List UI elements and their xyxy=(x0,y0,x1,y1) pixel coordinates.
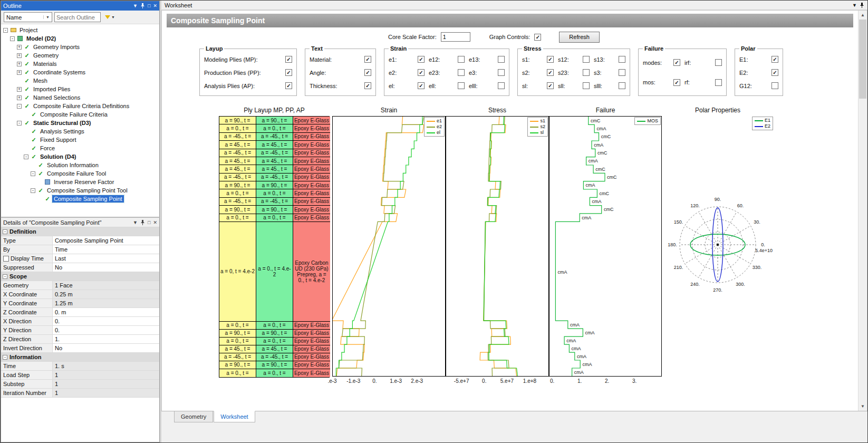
tree-item-static-structural-d3[interactable]: -✓Static Structural (D3) xyxy=(2,119,159,127)
details-value[interactable]: No xyxy=(53,263,159,272)
tree-item-geometry-imports[interactable]: +✓Geometry Imports xyxy=(2,43,159,51)
maximize-icon[interactable]: □ xyxy=(148,3,150,8)
option-stress-sll[interactable]: sll: xyxy=(558,82,590,89)
checkbox[interactable] xyxy=(771,69,778,76)
checkbox[interactable] xyxy=(498,82,505,89)
display-time-checkbox[interactable] xyxy=(3,256,9,262)
expand-icon[interactable]: + xyxy=(17,53,22,58)
option-text-material[interactable]: Material: xyxy=(310,56,371,63)
option-failure-modes[interactable]: modes: xyxy=(643,59,680,66)
option-stress-s23[interactable]: s23: xyxy=(558,69,590,76)
name-filter-dropdown[interactable]: Name ▼ xyxy=(4,12,52,22)
checkbox[interactable] xyxy=(673,59,680,66)
details-section-information[interactable]: -Information xyxy=(1,353,159,362)
tree-item-solution-d4[interactable]: -✓Solution (D4) xyxy=(2,152,159,161)
tree-item-force[interactable]: ✓Force xyxy=(2,144,159,152)
collapse-icon[interactable]: - xyxy=(17,104,22,109)
worksheet-dropdown-icon[interactable]: ▼ xyxy=(852,3,857,8)
checkbox[interactable] xyxy=(458,56,465,63)
option-failure-rf[interactable]: rf: xyxy=(684,79,722,86)
collapse-icon[interactable]: - xyxy=(3,229,7,234)
tree-item-composite-failure-tool[interactable]: -✓Composite Failure Tool xyxy=(2,169,159,178)
expand-icon[interactable]: + xyxy=(17,95,22,100)
checkbox[interactable] xyxy=(715,79,722,86)
tree-item-geometry[interactable]: +✓Geometry xyxy=(2,51,159,60)
tree-item-project[interactable]: -Project xyxy=(2,26,159,34)
tree-item-fixed-support[interactable]: ✓Fixed Support xyxy=(2,136,159,144)
details-value[interactable]: Composite Sampling Point xyxy=(53,236,159,245)
expand-icon[interactable]: + xyxy=(17,62,22,66)
details-value[interactable]: 0. xyxy=(53,317,159,325)
option-failure-irf[interactable]: irf: xyxy=(684,59,722,66)
checkbox[interactable] xyxy=(285,56,292,63)
pin-icon[interactable] xyxy=(860,3,864,8)
option-stress-s1[interactable]: s1: xyxy=(522,56,554,63)
checkbox[interactable] xyxy=(458,69,465,76)
option-text-thickness[interactable]: Thickness: xyxy=(310,82,371,89)
checkbox[interactable] xyxy=(364,82,371,89)
scrollbar-thumb[interactable] xyxy=(859,20,866,99)
details-value[interactable]: Time xyxy=(53,245,159,254)
tab-worksheet[interactable]: Worksheet xyxy=(214,411,255,422)
maximize-icon[interactable]: □ xyxy=(148,220,150,225)
vertical-scrollbar[interactable]: ▲ ▼ xyxy=(858,11,867,411)
checkbox[interactable] xyxy=(364,69,371,76)
option-layup-modeling-plies-mp[interactable]: Modeling Plies (MP): xyxy=(204,56,292,63)
collapse-icon[interactable]: - xyxy=(31,188,35,193)
checkbox[interactable] xyxy=(458,82,465,89)
close-icon[interactable]: ✕ xyxy=(153,3,157,8)
tree-item-composite-failure-criteria[interactable]: ✓Composite Failure Criteria xyxy=(2,110,159,119)
option-stress-s2[interactable]: s2: xyxy=(522,69,554,76)
tree-item-model-d2[interactable]: -Model (D2) xyxy=(2,34,159,43)
checkbox[interactable] xyxy=(771,82,778,89)
collapse-icon[interactable]: - xyxy=(3,28,8,33)
tree-item-materials[interactable]: +✓Materials xyxy=(2,60,159,68)
collapse-icon[interactable]: - xyxy=(3,274,7,279)
checkbox[interactable] xyxy=(498,69,505,76)
option-strain-e13[interactable]: e13: xyxy=(469,56,505,63)
tree-item-mesh[interactable]: ✓Mesh xyxy=(2,76,159,85)
checkbox[interactable] xyxy=(285,69,292,76)
expand-icon[interactable]: + xyxy=(17,70,22,75)
filter-dropdown-button[interactable]: ▼ xyxy=(103,12,117,22)
checkbox[interactable] xyxy=(547,82,554,89)
search-input[interactable] xyxy=(54,12,101,22)
graph-controls-checkbox[interactable] xyxy=(534,34,541,41)
expand-icon[interactable]: + xyxy=(17,87,22,92)
scroll-down-icon[interactable]: ▼ xyxy=(859,402,867,411)
tree-item-named-selections[interactable]: +✓Named Selections xyxy=(2,93,159,102)
tree-item-composite-failure-criteria-definitions[interactable]: -✓Composite Failure Criteria Definitions xyxy=(2,102,159,110)
details-value[interactable]: 0. m xyxy=(53,308,159,316)
tree-item-imported-plies[interactable]: +✓Imported Plies xyxy=(2,85,159,93)
tab-geometry[interactable]: Geometry xyxy=(174,411,213,422)
details-value[interactable]: 1. xyxy=(53,335,159,343)
collapse-icon[interactable]: - xyxy=(31,171,35,176)
option-stress-slll[interactable]: slll: xyxy=(594,82,625,89)
option-strain-e3[interactable]: e3: xyxy=(469,69,505,76)
option-strain-e12[interactable]: e12: xyxy=(429,56,465,63)
option-strain-el[interactable]: el: xyxy=(389,82,425,89)
outline-dropdown-icon[interactable]: ▼ xyxy=(133,3,138,8)
tree-item-inverse-reserve-factor[interactable]: Inverse Reserve Factor xyxy=(2,178,159,186)
option-layup-production-plies-pp[interactable]: Production Plies (PP): xyxy=(204,69,292,76)
tree-item-coordinate-systems[interactable]: +✓Coordinate Systems xyxy=(2,68,159,76)
details-value[interactable]: Last xyxy=(53,254,159,263)
checkbox[interactable] xyxy=(418,69,425,76)
checkbox[interactable] xyxy=(583,56,590,63)
option-polar-g12[interactable]: G12: xyxy=(739,82,778,89)
option-layup-analysis-plies-ap[interactable]: Analysis Plies (AP): xyxy=(204,82,292,89)
details-value[interactable]: 0. xyxy=(53,326,159,334)
collapse-icon[interactable]: - xyxy=(17,121,22,126)
checkbox[interactable] xyxy=(498,56,505,63)
checkbox[interactable] xyxy=(547,69,554,76)
scroll-up-icon[interactable]: ▲ xyxy=(859,11,867,20)
expand-icon[interactable]: + xyxy=(17,45,22,50)
option-polar-e2[interactable]: E2: xyxy=(739,69,778,76)
pin-icon[interactable] xyxy=(140,220,145,225)
tree-item-composite-sampling-point-tool[interactable]: -✓Composite Sampling Point Tool xyxy=(2,186,159,195)
option-strain-e1[interactable]: e1: xyxy=(389,56,425,63)
collapse-icon[interactable]: - xyxy=(3,355,7,360)
option-stress-s12[interactable]: s12: xyxy=(558,56,590,63)
option-text-angle[interactable]: Angle: xyxy=(310,69,371,76)
close-icon[interactable]: ✕ xyxy=(153,220,157,225)
